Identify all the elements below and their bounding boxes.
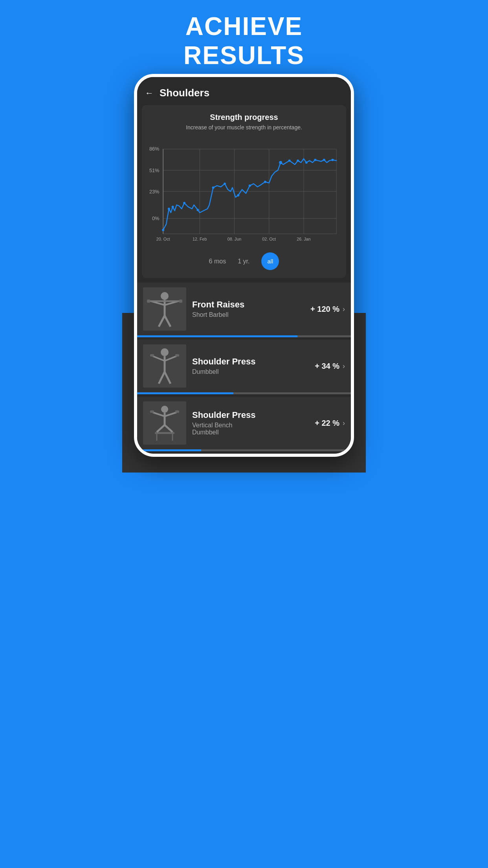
exercise-card-shoulder-press-1[interactable]: Shoulder Press Dumbbell + 34 % ›	[137, 340, 351, 394]
svg-point-22	[172, 206, 174, 208]
exercise-equipment-front-raises: Short Barbell	[192, 311, 305, 318]
svg-point-27	[237, 194, 239, 197]
filter-1yr[interactable]: 1 yr.	[238, 258, 250, 265]
svg-point-26	[224, 182, 226, 185]
exercise-stat-front-raises: + 120 % ›	[310, 305, 345, 314]
exercise-name-front-raises: Front Raises	[192, 300, 305, 310]
svg-text:08. Jun: 08. Jun	[227, 237, 241, 241]
progress-fill-shoulder-press-2	[137, 449, 201, 451]
exercise-card-shoulder-press-2[interactable]: Shoulder Press Vertical BenchDumbbell + …	[137, 397, 351, 451]
exercise-name-shoulder-press-1: Shoulder Press	[192, 357, 309, 367]
svg-point-23	[183, 202, 185, 204]
svg-point-34	[314, 159, 316, 161]
exercise-percent-shoulder-press-2: + 22 %	[315, 419, 339, 428]
svg-rect-53	[175, 354, 179, 357]
svg-text:86%: 86%	[149, 146, 160, 152]
exercise-name-shoulder-press-2: Shoulder Press	[192, 410, 309, 420]
progress-fill-shoulder-press-1	[137, 392, 233, 394]
svg-point-48	[161, 348, 169, 356]
exercise-card-front-raises[interactable]: Front Raises Short Barbell + 120 % ›	[137, 283, 351, 337]
svg-point-60	[161, 406, 168, 413]
svg-rect-64	[150, 410, 154, 413]
svg-point-32	[297, 160, 299, 162]
svg-text:20. Oct: 20. Oct	[156, 237, 170, 241]
svg-text:12. Feb: 12. Feb	[193, 237, 207, 241]
exercise-percent-shoulder-press-1: + 34 %	[315, 362, 339, 371]
page-title: Shoulders	[160, 87, 209, 99]
exercise-info-shoulder-press-2: Shoulder Press Vertical BenchDumbbell	[192, 410, 309, 436]
strength-chart: 86% 51% 23% 0% 20. Oct 12. Feb 08. Jun 0…	[148, 136, 340, 246]
hero-title: ACHIEVE RESULTS	[130, 12, 358, 70]
exercise-percent-front-raises: + 120 %	[310, 305, 339, 314]
svg-text:26. Jan: 26. Jan	[297, 237, 310, 241]
exercise-image-shoulder-press-1	[143, 344, 186, 388]
svg-point-24	[196, 209, 199, 211]
chart-area: 86% 51% 23% 0% 20. Oct 12. Feb 08. Jun 0…	[148, 136, 340, 246]
svg-text:51%: 51%	[149, 167, 160, 173]
progress-bar-front-raises	[137, 335, 351, 337]
exercise-equipment-shoulder-press-1: Dumbbell	[192, 368, 309, 375]
chart-subtext: Increase of your muscle strength in perc…	[148, 124, 340, 131]
svg-point-38	[161, 292, 169, 300]
svg-rect-43	[147, 300, 150, 303]
chevron-right-front-raises: ›	[343, 305, 345, 313]
time-filters: 6 mos 1 yr. all	[148, 246, 340, 272]
chevron-right-shoulder-press-2: ›	[343, 419, 345, 427]
exercise-image-front-raises	[143, 287, 186, 331]
svg-point-29	[264, 181, 266, 183]
progress-bar-shoulder-press-2	[137, 449, 351, 451]
chart-card: Strength progress Increase of your muscl…	[142, 105, 346, 278]
svg-point-28	[249, 184, 251, 187]
phone-screen: ← Shoulders Strength progress Increase o…	[137, 77, 351, 454]
svg-point-31	[288, 160, 291, 162]
svg-rect-52	[150, 354, 154, 357]
screen-header: ← Shoulders	[137, 77, 351, 105]
chevron-right-shoulder-press-1: ›	[343, 362, 345, 370]
exercise-info-shoulder-press-1: Shoulder Press Dumbbell	[192, 357, 309, 375]
svg-point-20	[162, 229, 164, 231]
svg-point-21	[168, 208, 170, 210]
svg-point-36	[331, 159, 334, 161]
svg-text:02. Oct: 02. Oct	[262, 237, 276, 241]
exercise-info-front-raises: Front Raises Short Barbell	[192, 300, 305, 318]
back-button[interactable]: ←	[145, 88, 154, 98]
exercise-stat-shoulder-press-2: + 22 % ›	[315, 419, 345, 428]
exercise-stat-shoulder-press-1: + 34 % ›	[315, 362, 345, 371]
svg-rect-65	[175, 410, 179, 413]
phone-frame: ← Shoulders Strength progress Increase o…	[134, 74, 354, 457]
filter-all[interactable]: all	[261, 252, 279, 270]
svg-rect-44	[179, 300, 182, 303]
progress-fill-front-raises	[137, 335, 297, 337]
svg-point-35	[323, 159, 325, 161]
exercise-image-shoulder-press-2	[143, 401, 186, 445]
svg-point-33	[305, 162, 308, 164]
svg-text:23%: 23%	[149, 189, 160, 195]
filter-6mos[interactable]: 6 mos	[209, 258, 226, 265]
chart-heading: Strength progress	[148, 113, 340, 122]
svg-point-25	[212, 186, 215, 189]
exercise-equipment-shoulder-press-2: Vertical BenchDumbbell	[192, 422, 309, 436]
hero-banner: ACHIEVE RESULTS	[122, 0, 366, 70]
progress-bar-shoulder-press-1	[137, 392, 351, 394]
svg-point-30	[279, 161, 282, 164]
svg-text:0%: 0%	[152, 216, 159, 222]
